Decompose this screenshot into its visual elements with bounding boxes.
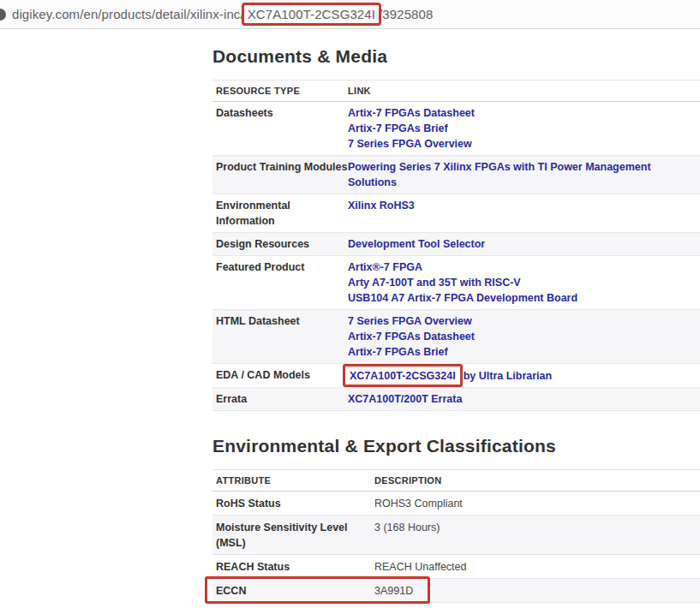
- rohs-status-value: ROHS3 Compliant: [374, 496, 697, 511]
- link-eda-part-number[interactable]: XC7A100T-2CSG324I: [350, 370, 456, 382]
- table-row-environmental-info: Environmental Information Xilinx RoHS3: [212, 194, 700, 233]
- link-7series-overview-html[interactable]: 7 Series FPGA Overview: [348, 313, 697, 329]
- table-row-eccn: ECCN 3A991D: [212, 579, 700, 603]
- table-row-rohs-status: RoHS Status ROHS3 Compliant: [212, 492, 700, 516]
- documents-media-title: Documents & Media: [212, 45, 700, 68]
- environmental-title: Environmental & Export Classifications: [212, 435, 700, 457]
- table-row-datasheets: Datasheets Artix-7 FPGAs Datasheet Artix…: [212, 102, 700, 156]
- row-label: Environmental Information: [216, 198, 348, 229]
- link-ultra-librarian[interactable]: by Ultra Librarian: [464, 370, 553, 382]
- table-row-design-resources: Design Resources Development Tool Select…: [212, 233, 700, 256]
- link-errata[interactable]: XC7A100T/200T Errata: [348, 391, 697, 407]
- documents-media-table: RESOURCE TYPE LINK Datasheets Artix-7 FP…: [212, 80, 700, 411]
- link-artix7-fpga[interactable]: Artix®-7 FPGA: [348, 259, 697, 275]
- row-label: Errata: [216, 391, 348, 407]
- url-suffix: 3925808: [382, 7, 433, 21]
- url-prefix: digikey.com/en/products/detail/xilinx-in…: [12, 7, 240, 21]
- table-row-htsus: HTSUS 8542.39.0001: [212, 603, 700, 608]
- url-bar[interactable]: digikey.com/en/products/detail/xilinx-in…: [0, 0, 700, 29]
- row-label: Moisture Sensitivity Level (MSL): [216, 520, 374, 551]
- row-label: RoHS Status: [216, 496, 374, 511]
- site-info-icon[interactable]: [0, 9, 6, 21]
- row-label: Design Resources: [216, 236, 348, 252]
- header-description: DESCRIPTION: [374, 474, 697, 486]
- table-row-reach-status: REACH Status REACH Unaffected: [212, 555, 700, 579]
- row-label: Product Training Modules: [216, 159, 348, 190]
- table-header-row: ATTRIBUTE DESCRIPTION: [212, 470, 700, 492]
- eccn-value: 3A991D: [374, 583, 697, 599]
- link-powering-series7[interactable]: Powering Series 7 Xilinx FPGAs with TI P…: [348, 159, 697, 190]
- table-row-product-training: Product Training Modules Powering Series…: [212, 156, 700, 194]
- link-artix7-datasheet-html[interactable]: Artix-7 FPGAs Datasheet: [348, 329, 697, 344]
- link-7series-overview[interactable]: 7 Series FPGA Overview: [348, 136, 697, 152]
- table-row-featured-product: Featured Product Artix®-7 FPGA Arty A7-1…: [212, 256, 700, 310]
- header-link: LINK: [348, 85, 697, 97]
- row-label: ECCN: [216, 583, 374, 599]
- msl-value: 3 (168 Hours): [374, 520, 697, 551]
- row-label: Datasheets: [216, 105, 348, 152]
- table-row-msl: Moisture Sensitivity Level (MSL) 3 (168 …: [212, 516, 700, 555]
- link-xilinx-rohs3[interactable]: Xilinx RoHS3: [348, 198, 697, 213]
- annotation-box-url: XC7A100T-2CSG324I: [242, 3, 381, 26]
- link-dev-tool-selector[interactable]: Development Tool Selector: [348, 236, 697, 252]
- link-artix7-datasheet[interactable]: Artix-7 FPGAs Datasheet: [348, 105, 697, 121]
- url-part-number: XC7A100T-2CSG324I: [248, 7, 375, 21]
- table-header-row: RESOURCE TYPE LINK: [212, 80, 700, 102]
- table-row-eda-cad-models: EDA / CAD Models XC7A100T-2CSG324Iby Ult…: [212, 364, 700, 388]
- table-row-html-datasheet: HTML Datasheet 7 Series FPGA Overview Ar…: [212, 310, 700, 364]
- reach-status-value: REACH Unaffected: [374, 559, 697, 575]
- row-label: HTML Datasheet: [216, 313, 348, 360]
- annotation-box-eda-model: XC7A100T-2CSG324I: [343, 364, 463, 387]
- link-artix7-brief-html[interactable]: Artix-7 FPGAs Brief: [348, 344, 697, 360]
- link-usb104-a7[interactable]: USB104 A7 Artix-7 FPGA Development Board: [348, 290, 697, 306]
- page-content: Documents & Media RESOURCE TYPE LINK Dat…: [212, 45, 700, 608]
- row-label: REACH Status: [216, 559, 374, 575]
- header-attribute: ATTRIBUTE: [216, 474, 374, 486]
- header-resource-type: RESOURCE TYPE: [216, 85, 348, 97]
- link-artix7-brief[interactable]: Artix-7 FPGAs Brief: [348, 121, 697, 136]
- table-row-errata: Errata XC7A100T/200T Errata: [212, 388, 700, 411]
- row-label: Featured Product: [216, 259, 348, 306]
- link-arty-a7[interactable]: Arty A7-100T and 35T with RISC-V: [348, 275, 697, 290]
- row-label: EDA / CAD Models: [216, 367, 348, 384]
- environmental-table: ATTRIBUTE DESCRIPTION RoHS Status ROHS3 …: [212, 469, 700, 608]
